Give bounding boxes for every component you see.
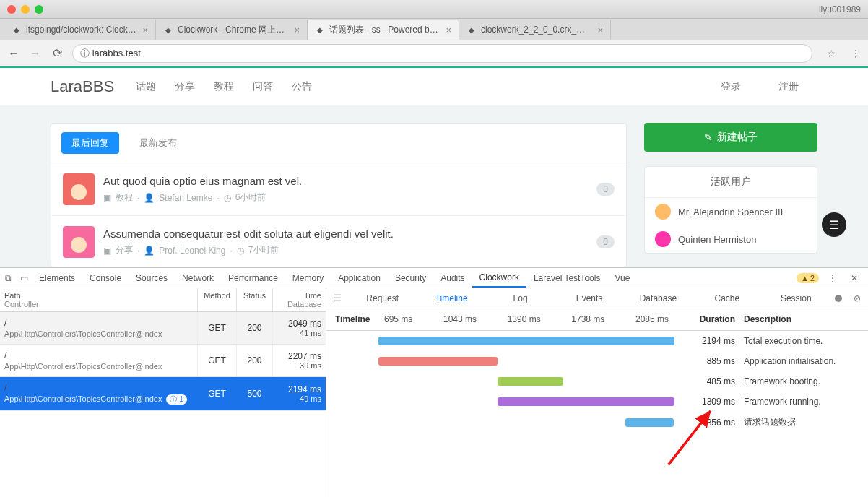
request-row[interactable]: /App\Http\Controllers\TopicsController@i… <box>0 377 326 411</box>
tab-close-icon[interactable]: × <box>597 25 603 35</box>
list-icon[interactable]: ☰ <box>326 293 348 303</box>
browser-tab[interactable]: ◆itsgoingd/clockwork: Clockwo× <box>4 20 156 40</box>
profile-name: liyu001989 <box>819 4 861 14</box>
debug-fab-icon[interactable]: ☰ <box>822 212 846 237</box>
back-icon[interactable]: ← <box>7 47 20 60</box>
devtools-close-icon[interactable]: ✕ <box>846 273 862 283</box>
inspect-icon[interactable]: ⧉ <box>0 273 16 283</box>
request-row[interactable]: /App\Http\Controllers\TopicsController@i… <box>0 312 326 345</box>
timeline-description: Framework booting. <box>744 376 859 386</box>
devtools-panel: ⧉ ▭ ElementsConsoleSourcesNetworkPerform… <box>0 267 868 497</box>
col-path: Path <box>4 291 193 300</box>
maximize-window-icon[interactable] <box>35 5 43 14</box>
timeline-header: Timeline <box>335 314 378 324</box>
warnings-badge[interactable]: ▲ 2 <box>797 273 819 283</box>
topic-list-panel: 最后回复 最新发布 Aut quod quia optio eius magna… <box>51 123 627 267</box>
pencil-icon: ✎ <box>704 131 713 143</box>
clockwork-subtab[interactable]: Log <box>486 293 555 303</box>
address-bar[interactable]: ⓘ larabbs.test <box>72 44 812 63</box>
clockwork-subtab[interactable]: Events <box>555 293 623 303</box>
nav-link[interactable]: 问答 <box>253 80 273 92</box>
clockwork-subtab[interactable]: Session <box>762 293 830 303</box>
browser-tab[interactable]: ◆clockwork_2_2_0_0.crx_免费高× <box>459 20 611 40</box>
active-users-panel: 活跃用户 Mr. Alejandrin Spencer IIIQuinten H… <box>644 166 817 254</box>
browser-tab[interactable]: ◆话题列表 - ss - Powered by La× <box>308 20 459 40</box>
timeline-tick: 1043 ms <box>443 314 477 324</box>
timeline-row: 1309 msFramework running. <box>326 392 868 412</box>
active-user-row[interactable]: Mr. Alejandrin Spencer III <box>645 198 817 225</box>
col-time: Time <box>277 291 321 300</box>
devtools-tab[interactable]: Audits <box>433 268 472 288</box>
clear-icon[interactable]: ⊘ <box>846 293 868 303</box>
window-controls <box>7 5 43 14</box>
timeline-row: 885 msApplication initialisation. <box>326 351 868 371</box>
devtools-tab[interactable]: Elements <box>32 268 82 288</box>
timeline-duration: 485 ms <box>682 376 735 386</box>
tab-close-icon[interactable]: × <box>446 25 451 35</box>
timeline-bar <box>498 397 674 406</box>
page-body: LaraBBS 话题分享教程问答公告 登录 注册 最后回复 最新发布 Aut q… <box>0 66 868 267</box>
request-row[interactable]: /App\Http\Controllers\TopicsController@i… <box>0 345 326 377</box>
devtools-tab[interactable]: Application <box>331 268 388 288</box>
timeline-duration: 1309 ms <box>682 397 735 407</box>
nav-link[interactable]: 公告 <box>292 80 312 92</box>
clockwork-subtab[interactable]: Cache <box>693 293 761 303</box>
favicon-icon: ◆ <box>12 25 22 35</box>
devtools-tabstrip: ⧉ ▭ ElementsConsoleSourcesNetworkPerform… <box>0 268 868 288</box>
avatar <box>63 173 95 205</box>
reload-icon[interactable]: ⟳ <box>51 46 64 60</box>
nav-link[interactable]: 分享 <box>175 80 195 92</box>
col-status: Status <box>236 288 272 311</box>
nav-link[interactable]: 教程 <box>214 80 234 92</box>
tab-close-icon[interactable]: × <box>294 25 300 35</box>
site-navbar: LaraBBS 话题分享教程问答公告 登录 注册 <box>0 66 868 105</box>
clockwork-subtab[interactable]: Request <box>348 293 417 303</box>
devtools-menu-icon[interactable]: ⋮ <box>825 273 841 283</box>
site-brand[interactable]: LaraBBS <box>51 77 114 96</box>
devtools-tab[interactable]: Performance <box>221 268 285 288</box>
menu-icon[interactable]: ⋮ <box>851 48 861 59</box>
nav-link[interactable]: 话题 <box>136 80 156 92</box>
clockwork-subtab[interactable]: Timeline <box>417 293 485 303</box>
error-badge: ⓘ 1 <box>166 394 186 405</box>
timeline-view: Timeline 695 ms1043 ms1390 ms1738 ms2085… <box>326 308 868 497</box>
devtools-tab[interactable]: Network <box>175 268 221 288</box>
topic-row[interactable]: Assumenda consequatur est odit soluta au… <box>51 216 626 267</box>
new-topic-button[interactable]: ✎ 新建帖子 <box>644 123 817 152</box>
avatar <box>655 231 671 247</box>
timeline-row: 356 ms请求话题数据 <box>326 412 868 433</box>
devtools-tab[interactable]: Security <box>388 268 433 288</box>
topic-row[interactable]: Aut quod quia optio eius magnam est vel.… <box>51 163 626 216</box>
device-icon[interactable]: ▭ <box>16 273 32 283</box>
login-link[interactable]: 登录 <box>721 80 741 93</box>
new-topic-label: 新建帖子 <box>717 131 758 144</box>
minimize-window-icon[interactable] <box>21 5 30 14</box>
favicon-icon: ◆ <box>163 25 173 35</box>
timeline-tick: 1390 ms <box>508 314 541 324</box>
tab-label: 话题列表 - ss - Powered by La <box>329 24 441 36</box>
window-titlebar: liyu001989 <box>0 0 868 19</box>
record-icon[interactable] <box>835 295 842 302</box>
filter-last-reply[interactable]: 最后回复 <box>61 132 119 154</box>
devtools-tab[interactable]: Vue <box>607 268 637 288</box>
devtools-tab[interactable]: Memory <box>285 268 331 288</box>
devtools-tab[interactable]: Laravel TestTools <box>526 268 608 288</box>
filter-newest[interactable]: 最新发布 <box>129 132 187 154</box>
clockwork-subtab[interactable]: Database <box>624 293 693 303</box>
folder-icon: ▣ <box>103 193 111 203</box>
topic-title: Aut quod quia optio eius magnam est vel. <box>103 175 596 187</box>
register-link[interactable]: 注册 <box>778 80 799 93</box>
bookmark-icon[interactable]: ☆ <box>827 48 836 59</box>
devtools-tab[interactable]: Console <box>82 268 129 288</box>
tab-close-icon[interactable]: × <box>142 25 148 35</box>
timeline-tick: 2085 ms <box>635 314 669 324</box>
close-window-icon[interactable] <box>7 5 16 14</box>
devtools-tab[interactable]: Clockwork <box>472 268 526 288</box>
browser-tab[interactable]: ◆Clockwork - Chrome 网上应用× <box>156 20 308 40</box>
col-controller: Controller <box>4 300 193 308</box>
favicon-icon: ◆ <box>466 25 477 35</box>
timeline-description: Framework running. <box>744 397 859 407</box>
active-user-row[interactable]: Quinten Hermiston <box>645 225 817 253</box>
url-host: larabbs.test <box>92 48 141 59</box>
devtools-tab[interactable]: Sources <box>129 268 175 288</box>
